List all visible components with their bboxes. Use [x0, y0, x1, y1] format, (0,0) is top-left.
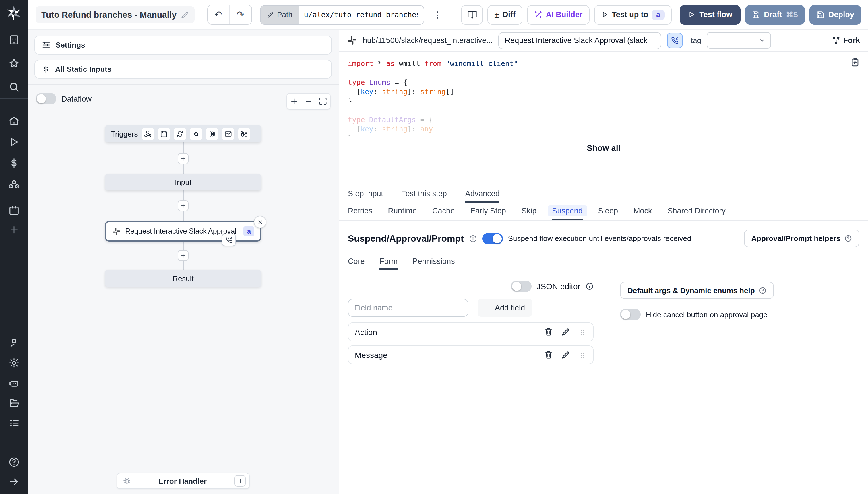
remove-step-close-icon[interactable] [254, 216, 266, 228]
add-error-handler-plus-button[interactable] [234, 475, 246, 487]
tab-retries[interactable]: Retries [348, 203, 373, 220]
tab-shared-directory[interactable]: Shared Directory [667, 203, 726, 220]
test-up-to-button[interactable]: Test up to a [594, 5, 672, 24]
add-field-button[interactable]: Add field [478, 299, 532, 317]
edit-pencil-icon[interactable] [561, 328, 570, 336]
play-icon [688, 11, 695, 18]
hide-cancel-row: Hide cancel button on approval page [620, 309, 774, 320]
worker-groups-list-icon[interactable] [8, 417, 19, 429]
slack-approval-step-node[interactable]: Request Interactive Slack Approval (... … [105, 221, 261, 242]
step-id-badge: a [244, 226, 254, 236]
delete-trash-icon[interactable] [544, 328, 553, 336]
path-input[interactable] [299, 5, 424, 24]
flow-title[interactable]: Tuto Refund branches - Manually [36, 6, 194, 23]
hub-script-path[interactable]: hub/11500/slack/request_interactive... [363, 36, 493, 45]
path-group: Path [260, 5, 425, 24]
step-summary-input[interactable] [499, 32, 662, 49]
undo-redo-group: ↶ ↷ [207, 5, 252, 25]
info-icon[interactable] [469, 234, 477, 242]
docs-book-button[interactable] [461, 5, 483, 24]
tab-runtime[interactable]: Runtime [388, 203, 417, 220]
websocket-plug-trigger-icon[interactable] [190, 128, 202, 140]
drag-grip-icon[interactable] [579, 328, 587, 336]
test-flow-button[interactable]: Test flow [680, 5, 740, 24]
home-icon[interactable] [8, 115, 19, 126]
default-args-help-button[interactable]: Default args & Dynamic enums help [620, 282, 774, 299]
draft-button[interactable]: Draft ⌘S [745, 5, 805, 24]
error-handler-node[interactable]: Error Handler [116, 473, 250, 489]
suspend-phone-incoming-button[interactable] [667, 33, 683, 48]
expand-arrow-icon[interactable] [8, 476, 19, 487]
show-all-button[interactable]: Show all [339, 138, 868, 158]
drag-grip-icon[interactable] [579, 351, 587, 359]
zoom-out-button[interactable] [301, 94, 316, 109]
schedule-trigger-icon[interactable] [158, 128, 170, 140]
tab-skip[interactable]: Skip [521, 203, 537, 220]
diff-button[interactable]: ± Diff [487, 5, 522, 24]
add-step-plus-button[interactable] [178, 250, 189, 261]
clipboard-paste-icon[interactable] [850, 57, 860, 69]
more-menu-kebab-icon[interactable]: ⋮ [430, 5, 445, 24]
fit-view-button[interactable] [316, 94, 330, 109]
tab-advanced[interactable]: Advanced [465, 187, 500, 203]
tag-select[interactable] [707, 32, 771, 49]
email-trigger-icon[interactable] [222, 128, 234, 140]
tab-core[interactable]: Core [348, 254, 365, 270]
variables-dollar-icon[interactable] [8, 157, 19, 169]
settings-gear-icon[interactable] [8, 357, 19, 368]
code-preview[interactable]: import * as wmill from "windmill-client"… [339, 52, 868, 138]
tab-permissions[interactable]: Permissions [413, 254, 455, 270]
json-editor-toggle[interactable] [511, 281, 532, 292]
tab-step-input[interactable]: Step Input [348, 187, 383, 203]
tab-suspend[interactable]: Suspend [552, 203, 583, 220]
resources-cubes-icon[interactable] [8, 178, 19, 190]
info-icon[interactable] [586, 282, 594, 290]
suspend-phone-incoming-icon[interactable] [222, 233, 236, 246]
runs-play-icon[interactable] [8, 136, 19, 148]
all-static-inputs-card[interactable]: All Static Inputs [34, 60, 332, 79]
tab-sleep[interactable]: Sleep [598, 203, 618, 220]
suspend-description: Suspend flow execution until events/appr… [508, 234, 691, 243]
favorites-star-icon[interactable] [8, 57, 19, 69]
folders-icon[interactable] [8, 397, 19, 408]
undo-button[interactable]: ↶ [207, 5, 229, 24]
add-step-plus-button[interactable] [178, 200, 189, 211]
delete-trash-icon[interactable] [544, 350, 553, 359]
user-icon[interactable] [8, 337, 19, 348]
search-icon[interactable] [8, 81, 19, 92]
path-label[interactable]: Path [260, 5, 299, 24]
edit-pencil-icon[interactable] [561, 350, 570, 359]
ai-builder-button[interactable]: AI Builder [527, 5, 590, 24]
result-node[interactable]: Result [105, 270, 261, 287]
hide-cancel-toggle[interactable] [620, 309, 641, 320]
dataflow-toggle[interactable] [36, 93, 56, 104]
ai-robot-icon[interactable] [8, 377, 19, 388]
add-step-plus-button[interactable] [178, 153, 189, 164]
tab-cache[interactable]: Cache [432, 203, 455, 220]
tab-form[interactable]: Form [380, 254, 398, 270]
webhook-trigger-icon[interactable] [142, 128, 154, 140]
redo-button[interactable]: ↷ [229, 5, 251, 24]
tab-mock[interactable]: Mock [633, 203, 652, 220]
tab-early-stop[interactable]: Early Stop [470, 203, 506, 220]
kafka-trigger-icon[interactable] [206, 128, 218, 140]
workspace-icon[interactable] [8, 34, 19, 45]
add-plus-icon[interactable] [8, 224, 19, 235]
http-route-trigger-icon[interactable] [174, 128, 186, 140]
field-label: Message [355, 350, 544, 359]
tab-test-this-step[interactable]: Test this step [402, 187, 447, 203]
fork-button[interactable]: Fork [832, 36, 860, 45]
poll-watch-trigger-icon[interactable] [238, 128, 250, 140]
suspend-enabled-toggle[interactable] [482, 233, 503, 244]
input-node[interactable]: Input [105, 174, 261, 190]
field-name-input[interactable] [348, 299, 468, 317]
deploy-button[interactable]: Deploy [810, 5, 861, 24]
hide-cancel-label: Hide cancel button on approval page [646, 310, 768, 319]
triggers-node[interactable]: Triggers [105, 125, 261, 142]
schedules-calendar-icon[interactable] [8, 204, 19, 216]
flow-settings-card[interactable]: Settings [34, 36, 332, 55]
zoom-in-button[interactable] [287, 94, 301, 109]
help-icon[interactable] [8, 456, 19, 468]
approval-prompt-helpers-button[interactable]: Approval/Prompt helpers [744, 229, 860, 247]
windmill-logo[interactable] [6, 6, 21, 21]
